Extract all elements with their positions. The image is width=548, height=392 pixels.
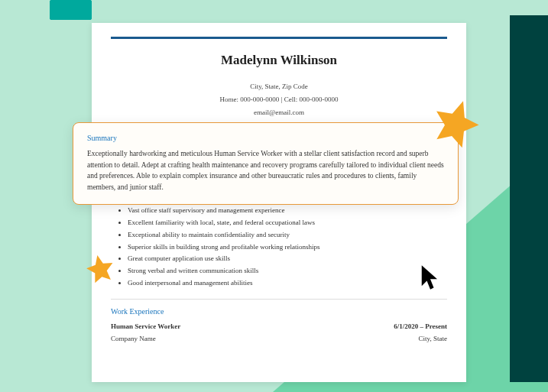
contact-email: email@email.com xyxy=(111,106,447,119)
decorative-tab xyxy=(50,0,92,20)
star-icon xyxy=(84,252,116,284)
summary-callout: Summary Exceptionally hardworking and me… xyxy=(73,122,459,205)
highlight-item: Superior skills in building strong and p… xyxy=(128,241,447,254)
highlights-section: Highlights Vast office staff supervisory… xyxy=(111,192,447,289)
highlight-item: Strong verbal and written communication … xyxy=(128,265,447,277)
highlight-item: Excellent familiarity with local, state,… xyxy=(128,217,447,229)
background-dark-block xyxy=(510,15,548,382)
summary-title: Summary xyxy=(87,134,444,142)
summary-text: Exceptionally hardworking and meticulous… xyxy=(87,148,444,193)
work-title: Work Experience xyxy=(111,307,447,316)
work-location: City, State xyxy=(419,332,447,345)
contact-phones: Home: 000-000-0000 | Cell: 000-000-0000 xyxy=(111,93,447,106)
work-experience-section: Work Experience Human Service Worker 6/1… xyxy=(111,307,447,345)
cursor-icon xyxy=(420,264,441,291)
highlight-item: Exceptional ability to maintain confiden… xyxy=(128,229,447,241)
star-icon xyxy=(430,96,483,149)
work-position: Human Service Worker xyxy=(111,320,180,332)
highlights-list: Vast office staff supervisory and manage… xyxy=(111,205,447,289)
work-company: Company Name xyxy=(111,332,156,345)
contact-address: City, State, Zip Code xyxy=(111,80,447,93)
highlight-item: Vast office staff supervisory and manage… xyxy=(128,205,447,217)
work-dates: 6/1/2020 – Present xyxy=(394,320,447,332)
section-divider xyxy=(111,299,447,300)
contact-block: City, State, Zip Code Home: 000-000-0000… xyxy=(111,80,447,119)
top-rule xyxy=(111,37,447,39)
resume-name: Madelynn Wilkinson xyxy=(111,53,447,68)
work-position-row: Human Service Worker 6/1/2020 – Present xyxy=(111,320,447,332)
highlight-item: Good interpersonal and management abilit… xyxy=(128,277,447,290)
work-company-row: Company Name City, State xyxy=(111,332,447,345)
highlight-item: Great computer application use skills xyxy=(128,253,447,265)
